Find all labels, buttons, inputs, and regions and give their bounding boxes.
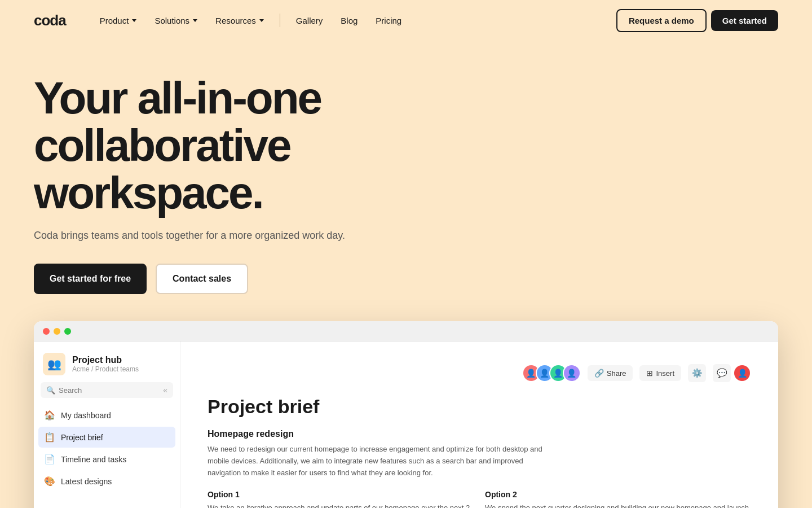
insert-icon: ⊞ [646,369,653,378]
nav-solutions[interactable]: Solutions [148,11,204,30]
chevron-down-icon [193,19,197,22]
sidebar-header: 👥 Project hub Acme / Product teams [34,348,180,382]
share-icon: 🔗 [594,369,604,378]
sidebar-item-designs[interactable]: 🎨 Latest designs [38,471,175,492]
doc-options: Option 1 We take an iterative approach a… [208,490,751,508]
chevron-down-icon [132,19,136,22]
close-window-button[interactable] [43,328,50,335]
nav-divider [280,14,280,27]
settings-icon: ⚙️ [692,368,703,378]
doc-body-text: We need to redesign our current homepage… [208,444,546,479]
settings-button[interactable]: ⚙️ [688,364,706,382]
sidebar-item-dashboard[interactable]: 🏠 My dashboard [38,405,175,426]
minimize-window-button[interactable] [54,328,60,335]
sidebar-search-bar[interactable]: 🔍 « [41,382,173,398]
option-1-body: We take an iterative approach and update… [208,502,474,508]
option-1: Option 1 We take an iterative approach a… [208,490,474,508]
nav-product[interactable]: Product [93,11,144,30]
main-content: 👤 👤 👤 👤 🔗 Share ⊞ Insert ⚙️ 💬 [180,341,778,508]
search-input[interactable] [59,386,138,395]
doc-toolbar: 👤 👤 👤 👤 🔗 Share ⊞ Insert ⚙️ 💬 [208,364,751,382]
brand-logo[interactable]: coda [34,12,66,29]
maximize-window-button[interactable] [64,328,71,335]
sidebar-item-label: Timeline and tasks [61,455,126,464]
window-titlebar [34,321,778,341]
contact-sales-button[interactable]: Contact sales [156,264,248,294]
insert-button[interactable]: ⊞ Insert [639,365,681,381]
app-window: 👥 Project hub Acme / Product teams 🔍 « 🏠… [34,321,778,508]
hero-headline: Your all-in-one collaborative workspace. [34,75,474,217]
nav-actions: Request a demo Get started [616,9,778,32]
sidebar-item-label: My dashboard [61,411,111,420]
user-avatar[interactable]: 👤 [733,364,751,382]
sidebar: 👥 Project hub Acme / Product teams 🔍 « 🏠… [34,341,180,508]
hero-section: Your all-in-one collaborative workspace.… [0,41,812,294]
doc-icon: 👥 [43,353,65,375]
nav-links: Product Solutions Resources Gallery Blog… [93,11,616,30]
avatar: 👤 [563,364,581,382]
hero-buttons: Get started for free Contact sales [34,264,778,294]
document-icon: 📋 [44,432,55,443]
timeline-icon: 📄 [44,454,55,465]
nav-gallery[interactable]: Gallery [289,11,330,30]
home-icon: 🏠 [44,410,55,421]
window-body: 👥 Project hub Acme / Product teams 🔍 « 🏠… [34,341,778,508]
doc-section-title: Homepage redesign [208,429,751,439]
sidebar-doc-title: Project hub [72,355,139,365]
doc-title: Project brief [208,396,751,418]
nav-resources[interactable]: Resources [209,11,271,30]
palette-icon: 🎨 [44,476,55,487]
nav-blog[interactable]: Blog [334,11,364,30]
chevron-down-icon [259,19,264,22]
sidebar-breadcrumb: Acme / Product teams [72,365,139,373]
collaborator-avatars: 👤 👤 👤 👤 [522,364,581,382]
sidebar-nav: 🏠 My dashboard 📋 Project brief 📄 Timelin… [34,405,180,492]
collapse-sidebar-icon[interactable]: « [163,386,167,395]
option-2-body: We spend the next quarter designing and … [485,502,751,508]
comment-icon: 💬 [717,368,727,378]
nav-pricing[interactable]: Pricing [369,11,408,30]
sidebar-item-project-brief[interactable]: 📋 Project brief [38,427,175,448]
get-started-free-button[interactable]: Get started for free [34,264,147,294]
share-button[interactable]: 🔗 Share [588,365,633,381]
option-2: Option 2 We spend the next quarter desig… [485,490,751,508]
search-icon: 🔍 [46,386,55,395]
sidebar-item-label: Project brief [61,433,103,442]
get-started-nav-button[interactable]: Get started [711,10,778,31]
sidebar-item-timeline[interactable]: 📄 Timeline and tasks [38,449,175,470]
sidebar-item-label: Latest designs [61,477,112,486]
option-2-title: Option 2 [485,490,751,499]
option-1-title: Option 1 [208,490,474,499]
hero-subtext: Coda brings teams and tools together for… [34,228,350,243]
request-demo-button[interactable]: Request a demo [616,9,707,32]
navigation: coda Product Solutions Resources Gallery… [0,0,812,41]
comment-button[interactable]: 💬 [713,364,731,382]
